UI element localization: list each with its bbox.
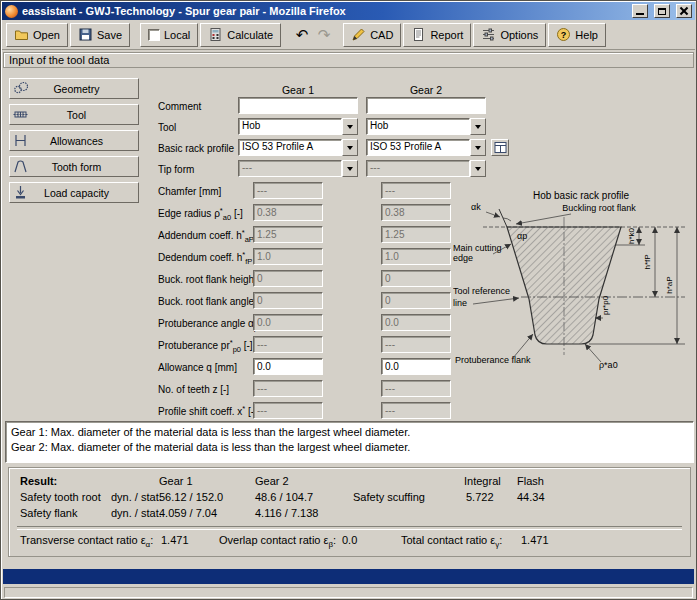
addendum-gear1-field [253, 226, 323, 243]
profile-shift-gear2-field [381, 402, 451, 419]
toolbar: Open Save Local Calculate ↶ ↷ CAD Report [2, 20, 695, 50]
field-label: Dedendum coeff. h*fP [-] [158, 251, 264, 266]
maximize-button[interactable] [654, 4, 670, 18]
field-label: Allowance q [mm] [158, 361, 237, 376]
result-col-gear1: Gear 1 [159, 475, 193, 487]
comment-row: Comment [1, 97, 696, 115]
minimize-icon [636, 13, 644, 15]
protuberance-gear2-field [381, 336, 451, 353]
field-label: Basic rack profile [158, 142, 234, 157]
dropdown-arrow-icon[interactable] [342, 160, 358, 177]
dedendum-gear2-field [381, 248, 451, 265]
field-label: Comment [158, 100, 201, 115]
rack-profile-gear2-select[interactable]: ISO 53 Profile A [366, 139, 486, 156]
svg-text:?: ? [561, 30, 567, 40]
dropdown-arrow-icon[interactable] [470, 160, 486, 177]
report-button[interactable]: Report [403, 23, 471, 47]
edge-radius-gear1-field [253, 204, 323, 221]
dropdown-arrow-icon[interactable] [470, 118, 486, 135]
safety-flank-gear2-value: 4.116 / 7.138 [255, 507, 318, 519]
select-value: --- [366, 160, 470, 177]
close-icon [679, 6, 689, 16]
pencil-icon [351, 27, 366, 42]
rack-profile-detail-icon [493, 140, 508, 155]
local-checkbox[interactable] [148, 29, 160, 41]
protuberance-angle-gear2-field [381, 314, 451, 331]
tool-reference-line-label: Tool reference [453, 286, 510, 296]
tool-reference-line-label2: line [453, 298, 467, 308]
cad-button[interactable]: CAD [343, 23, 401, 47]
safety-tooth-root-gear1-value: 56.12 / 152.0 [159, 491, 223, 503]
local-toggle[interactable]: Local [140, 23, 198, 47]
select-value: ISO 53 Profile A [238, 139, 342, 156]
status-bar [4, 587, 693, 598]
undo-button[interactable]: ↶ [291, 23, 313, 47]
tool-gear1-select[interactable]: Hob [238, 118, 358, 135]
tool-gear2-select[interactable]: Hob [366, 118, 486, 135]
gear2-column-header: Gear 2 [366, 84, 486, 96]
report-label: Report [430, 29, 463, 41]
chamfer-gear2-field [381, 182, 451, 199]
allowance-gear1-input[interactable] [253, 358, 323, 375]
document-icon [411, 27, 426, 42]
options-button[interactable]: Options [473, 23, 546, 47]
tip-form-row: Tip form --- --- [1, 160, 696, 178]
select-value: ISO 53 Profile A [366, 139, 470, 156]
minimize-button[interactable] [632, 4, 648, 18]
safety-scuffing-label: Safety scuffing [353, 491, 425, 503]
comment-gear2-input[interactable] [366, 97, 486, 114]
dropdown-arrow-icon[interactable] [342, 118, 358, 135]
basic-rack-profile-row: Basic rack profile ISO 53 Profile A ISO … [1, 139, 696, 157]
field-label: Tool [158, 121, 176, 136]
save-label: Save [97, 29, 122, 41]
dropdown-arrow-icon[interactable] [342, 139, 358, 156]
rack-profile-detail-button[interactable] [491, 139, 509, 156]
profile-shift-row: Profile shift coeff. x* [-] [1, 402, 696, 420]
maximize-icon [658, 8, 666, 15]
tip-form-gear2-select[interactable]: --- [366, 160, 486, 177]
total-contact-ratio-value: 1.471 [521, 534, 549, 546]
main-cutting-edge-label2: edge [453, 253, 473, 263]
teeth-gear1-field [253, 380, 323, 397]
field-label: Profile shift coeff. x* [-] [158, 405, 257, 420]
options-sliders-icon [481, 27, 496, 42]
warning-message-gear2: Gear 2: Max. diameter of the material da… [11, 440, 688, 455]
close-button[interactable] [676, 4, 692, 18]
result-col-gear2: Gear 2 [255, 475, 289, 487]
calculate-button[interactable]: Calculate [200, 23, 281, 47]
open-button[interactable]: Open [6, 23, 68, 47]
comment-gear1-input[interactable] [238, 97, 358, 114]
total-contact-ratio-label: Total contact ratio εγ: [401, 534, 502, 549]
safety-flank-mode: dyn. / stat. [111, 507, 162, 519]
rack-profile-gear1-select[interactable]: ISO 53 Profile A [238, 139, 358, 156]
gear1-column-header: Gear 1 [238, 84, 358, 96]
message-box: Gear 1: Max. diameter of the material da… [5, 421, 694, 463]
help-button[interactable]: ? Help [548, 23, 606, 47]
buckling-height-gear1-field [253, 270, 323, 287]
firefox-icon [5, 5, 18, 18]
tip-form-gear1-select[interactable]: --- [238, 160, 358, 177]
safety-tooth-root-gear2-value: 48.6 / 104.7 [255, 491, 313, 503]
allowance-gear2-input[interactable] [381, 358, 451, 375]
calculate-label: Calculate [227, 29, 273, 41]
buckling-angle-gear1-field [253, 292, 323, 309]
h-k0-label: h*k0 [627, 227, 636, 244]
dropdown-arrow-icon[interactable] [470, 139, 486, 156]
redo-button[interactable]: ↷ [313, 23, 335, 47]
result-col-flash: Flash [517, 475, 544, 487]
h-aP-label: h*aP [665, 276, 674, 293]
geometry-icon [13, 81, 28, 96]
select-value: Hob [238, 118, 342, 135]
overlap-contact-ratio-label: Overlap contact ratio εβ: [219, 534, 336, 549]
sidebar-item-geometry[interactable]: Geometry [9, 78, 139, 99]
pr-p0-label: pr*p0 [601, 295, 610, 315]
local-label: Local [164, 29, 190, 41]
hob-profile-diagram: Hob basic rack profile αk Buckling root … [453, 187, 696, 399]
calculator-icon [208, 27, 223, 42]
safety-flank-gear1-value: 4.059 / 7.04 [159, 507, 217, 519]
save-button[interactable]: Save [70, 23, 130, 47]
alpha-p-label: αp [517, 231, 527, 241]
result-title: Result: [20, 475, 57, 487]
result-col-integral: Integral [464, 475, 501, 487]
dedendum-gear1-field [253, 248, 323, 265]
